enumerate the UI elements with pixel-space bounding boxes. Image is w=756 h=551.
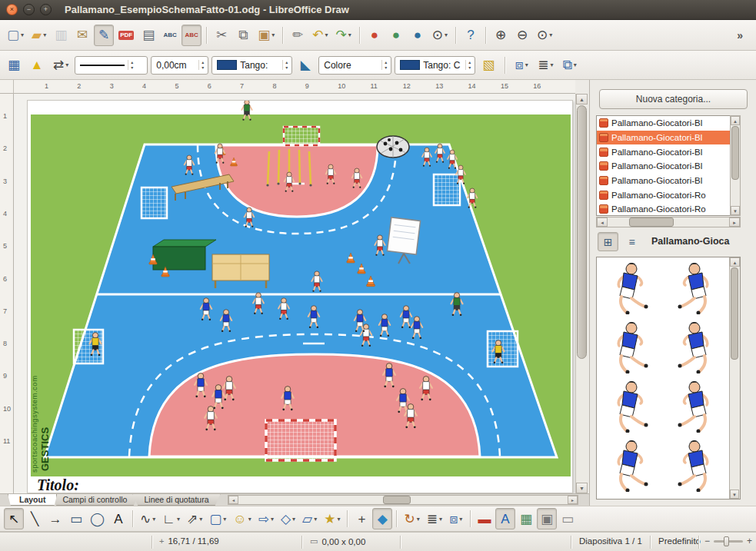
line-style-spinner[interactable]: ▴▾ <box>128 60 135 70</box>
fill-color-spin-buttons[interactable]: ▴▾ <box>465 60 473 70</box>
horizontal-ruler[interactable]: 12345678910111213141516 <box>14 80 575 94</box>
lines-and-arrows-button[interactable]: ⇗▾ <box>184 508 205 529</box>
drawing-area[interactable]: sportscoachingsystem.com GESTICS Titolo: <box>14 94 575 493</box>
player-running-2[interactable] <box>663 257 729 317</box>
copy-button[interactable]: ⧉ <box>233 25 253 46</box>
paste-dropdown[interactable]: ▾ <box>271 32 275 38</box>
curve-dropdown[interactable]: ▾ <box>152 516 155 523</box>
auto-spellcheck-button[interactable]: ABC <box>182 25 201 46</box>
zoom-in-button[interactable]: ⊕ <box>491 25 511 46</box>
new-document-button[interactable]: ▢▾ <box>4 25 27 46</box>
gallery-theme-item[interactable]: Pallamano-Giocatori-Bl <box>597 144 740 159</box>
form-controls-button[interactable]: ▭ <box>558 508 578 529</box>
theme-list-vscrollbar[interactable]: ▲ ▼ <box>730 115 741 216</box>
edit-file-button[interactable]: ✎ <box>94 25 114 46</box>
player-running-6[interactable] <box>663 376 729 435</box>
print-button[interactable]: ▤ <box>138 25 158 46</box>
symbol-shapes-dropdown[interactable]: ▾ <box>248 516 251 523</box>
gallery-theme-list[interactable]: Pallamano-Giocatori-BlPallamano-Giocator… <box>596 115 741 216</box>
gallery-theme-item[interactable]: Pallamano-Giocatori-Bl <box>597 131 740 145</box>
scroll-left-button[interactable]: ◂ <box>228 496 238 504</box>
zoom-slider-thumb[interactable] <box>724 536 729 546</box>
player-running-4[interactable] <box>663 317 729 376</box>
spelling-button[interactable]: ABC <box>160 25 180 46</box>
zoom-out-button[interactable]: ⊖ <box>512 25 532 46</box>
player-running-7[interactable] <box>597 435 663 494</box>
new-document-dropdown[interactable]: ▾ <box>21 32 24 38</box>
minimize-button[interactable]: − <box>23 4 35 15</box>
slide-page[interactable]: sportscoachingsystem.com GESTICS Titolo: <box>27 100 573 493</box>
glue-points-button[interactable]: ◆ <box>372 508 392 529</box>
fill-style-select[interactable]: Colore ▴▾ <box>318 56 391 75</box>
snap-grid-button[interactable]: ▦ <box>4 55 24 76</box>
edit-points-button[interactable]: + <box>351 508 371 529</box>
open-button[interactable]: ▰▾ <box>28 25 49 46</box>
arrange-button[interactable]: ⧈▾ <box>446 508 466 529</box>
line-width-spinner[interactable]: 0,00cm ▴▾ <box>151 56 208 75</box>
player-running-8[interactable] <box>663 435 729 494</box>
scroll-thumb[interactable] <box>629 217 674 227</box>
scroll-track[interactable] <box>238 496 568 504</box>
zoom-slider-track[interactable] <box>714 540 743 543</box>
gallery-theme-item[interactable]: Pallamano-Giocatori-Ro <box>597 188 740 202</box>
line-style-select[interactable]: ▴▾ <box>75 56 148 75</box>
scroll-right-button[interactable]: ▸ <box>568 496 578 504</box>
undo-button[interactable]: ↶▾ <box>309 25 331 46</box>
callouts-button[interactable]: ▱▾ <box>299 508 320 529</box>
vertical-ruler[interactable]: 1234567891011 <box>0 94 14 493</box>
send-email-button[interactable]: ✉ <box>72 25 92 46</box>
basic-shapes-dropdown[interactable]: ▾ <box>223 516 226 523</box>
line-color-select[interactable]: Tango: ▴▾ <box>211 56 292 75</box>
scroll-up-button[interactable]: ▲ <box>731 116 740 125</box>
scroll-right-button[interactable]: ▸ <box>729 217 740 227</box>
zoom-slider[interactable]: − + <box>704 536 752 546</box>
flowchart-dropdown[interactable]: ▾ <box>292 516 295 523</box>
rotate-button[interactable]: ↻▾ <box>401 508 422 529</box>
gallery-button[interactable]: ● <box>365 25 385 46</box>
gallery-theme-item[interactable]: Pallamano-Giocatori-Bl <box>597 174 740 188</box>
line-button[interactable]: ╲ <box>25 508 45 529</box>
new-category-button[interactable]: Nuova categoria... <box>599 89 748 109</box>
detail-view-button[interactable]: ≡ <box>621 232 642 251</box>
block-arrows-dropdown[interactable]: ▾ <box>271 516 274 523</box>
arrange-dropdown[interactable]: ▾ <box>525 61 528 68</box>
scroll-thumb[interactable] <box>731 126 739 180</box>
zoom-button[interactable]: ⊙▾ <box>429 25 451 46</box>
canvas-horizontal-scrollbar[interactable]: ◂ ▸ <box>228 495 578 505</box>
basic-shapes-button[interactable]: ▢▾ <box>206 508 229 529</box>
player-running-1[interactable] <box>597 257 663 317</box>
line-color-spin-buttons[interactable]: ▴▾ <box>282 60 290 70</box>
undo-dropdown[interactable]: ▾ <box>325 32 328 38</box>
icon-view-button[interactable]: ⊞ <box>598 232 618 251</box>
arrow-heads-button[interactable]: ⇄▾ <box>50 55 72 76</box>
scroll-thumb[interactable] <box>383 496 411 504</box>
gallery-vscrollbar[interactable]: ▲ ▼ <box>729 257 740 499</box>
gallery-theme-item[interactable]: Pallamano-Giocatori-Bl <box>597 159 740 174</box>
block-arrows-button[interactable]: ⇨▾ <box>255 508 277 529</box>
tab-campi-di-controllo[interactable]: Campi di controllo <box>51 494 138 506</box>
shadow-button[interactable]: ▧ <box>478 55 498 76</box>
scroll-thumb[interactable] <box>577 105 587 359</box>
fill-bucket-button[interactable]: ◣ <box>295 55 315 76</box>
symbol-shapes-button[interactable]: ☺▾ <box>230 508 254 529</box>
court-drawing[interactable]: sportscoachingsystem.com GESTICS <box>28 101 574 479</box>
eraser-button[interactable]: ▬ <box>475 508 495 529</box>
scroll-down-button[interactable]: ▼ <box>576 483 588 493</box>
close-button[interactable]: × <box>6 4 18 15</box>
styles-button[interactable]: ▲ <box>27 55 47 76</box>
zoom-dropdown[interactable]: ▾ <box>445 32 448 38</box>
zoom-plus-button[interactable]: + <box>747 536 752 546</box>
page-style-field[interactable]: Predefinito <box>658 536 701 546</box>
bring-to-front-dropdown[interactable]: ▾ <box>574 61 577 68</box>
rotate-dropdown[interactable]: ▾ <box>417 516 420 523</box>
fill-style-spin-buttons[interactable]: ▴▾ <box>381 60 389 70</box>
player-running-3[interactable] <box>597 317 663 376</box>
scroll-track[interactable] <box>608 217 729 227</box>
zoom-minus-button[interactable]: − <box>704 536 710 546</box>
theme-list-hscrollbar[interactable]: ◂ ▸ <box>596 217 741 227</box>
stars-button[interactable]: ★▾ <box>321 508 343 529</box>
scroll-down-button[interactable]: ▼ <box>731 206 740 215</box>
align-dropdown[interactable]: ▾ <box>439 516 442 523</box>
scroll-up-button[interactable]: ▲ <box>730 257 740 267</box>
flowchart-button[interactable]: ◇▾ <box>278 508 298 529</box>
